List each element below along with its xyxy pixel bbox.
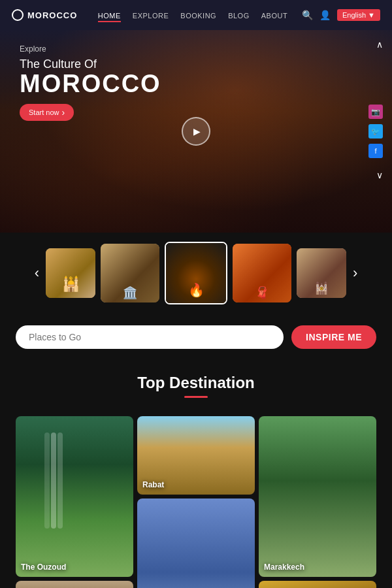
inspire-me-button[interactable]: INSPIRE ME	[291, 325, 376, 349]
thumbnail-carousel: ‹ ›	[0, 233, 392, 314]
merzouga-image	[259, 581, 376, 588]
search-icon[interactable]: 🔍	[302, 10, 313, 20]
search-input[interactable]	[16, 325, 284, 349]
twitter-icon[interactable]: 🐦	[368, 124, 383, 139]
marrakech-image	[259, 416, 376, 577]
rabat-label: Rabat	[142, 480, 164, 489]
nav-right: 🔍 👤 English ▼	[302, 9, 380, 21]
marrakech-label: Marakkech	[264, 563, 304, 572]
hero-title-small: The Culture Of	[20, 57, 372, 71]
ouzoud-image	[16, 416, 133, 577]
start-now-button[interactable]: Start now	[20, 104, 74, 121]
hero-section: ∧ Explore The Culture Of MOROCCO Start n…	[0, 30, 392, 233]
thumbnail-4[interactable]	[233, 244, 291, 302]
user-icon[interactable]: 👤	[319, 10, 331, 20]
section-title: Top Destination	[16, 374, 376, 392]
hero-explore-label: Explore	[20, 44, 372, 54]
carousel-prev-button[interactable]: ‹	[28, 265, 46, 282]
nav-booking[interactable]: BOOKING	[180, 12, 216, 20]
play-button[interactable]	[182, 117, 210, 146]
nav-blog[interactable]: BLOG	[228, 12, 250, 20]
destination-rabat[interactable]: Rabat	[137, 416, 255, 495]
nav-about[interactable]: ABOUT	[261, 12, 287, 20]
ouzoud-label: The Ouzoud	[21, 563, 66, 572]
thumbnails	[46, 242, 346, 304]
destination-marrakech[interactable]: Marakkech	[259, 416, 376, 577]
hero-title-big: MOROCCO	[20, 71, 372, 96]
thumbnail-2[interactable]	[101, 244, 159, 302]
nav-home[interactable]: HOME	[98, 12, 121, 22]
hero-arrow-up[interactable]: ∧	[376, 39, 383, 50]
destination-chefchaouen[interactable]: Chechaoun	[137, 498, 255, 588]
navbar: MOROCCO HOME EXPLORE BOOKING BLOG ABOUT …	[0, 0, 392, 30]
thumbnail-3[interactable]	[165, 242, 227, 304]
carousel-next-button[interactable]: ›	[346, 265, 364, 282]
search-section: INSPIRE ME	[0, 314, 392, 361]
thumbnail-1[interactable]	[46, 248, 95, 298]
hero-arrow-down[interactable]: ∨	[376, 170, 383, 180]
destination-grid: The Ouzoud Rabat Marakkech Fes medina Ch…	[0, 416, 392, 588]
chefchaouen-image	[137, 498, 255, 588]
facebook-icon[interactable]: f	[368, 144, 383, 158]
section-divider	[184, 396, 208, 398]
language-button[interactable]: English ▼	[337, 9, 380, 21]
nav-explore[interactable]: EXPLORE	[133, 12, 169, 20]
destination-ouzoud[interactable]: The Ouzoud	[16, 416, 133, 577]
destination-fes[interactable]: Fes medina	[16, 581, 133, 588]
destination-merzouga[interactable]: Merzouga	[259, 581, 376, 588]
nav-links: HOME EXPLORE BOOKING BLOG ABOUT	[84, 9, 302, 21]
brand-name: MOROCCO	[27, 10, 77, 20]
fes-image	[16, 581, 133, 588]
logo-icon	[12, 9, 24, 21]
top-destination-section: Top Destination	[0, 361, 392, 416]
social-sidebar: 📷 🐦 f	[368, 105, 383, 158]
brand-logo[interactable]: MOROCCO	[12, 9, 84, 21]
thumbnail-5[interactable]	[297, 248, 346, 298]
instagram-icon[interactable]: 📷	[368, 105, 383, 119]
